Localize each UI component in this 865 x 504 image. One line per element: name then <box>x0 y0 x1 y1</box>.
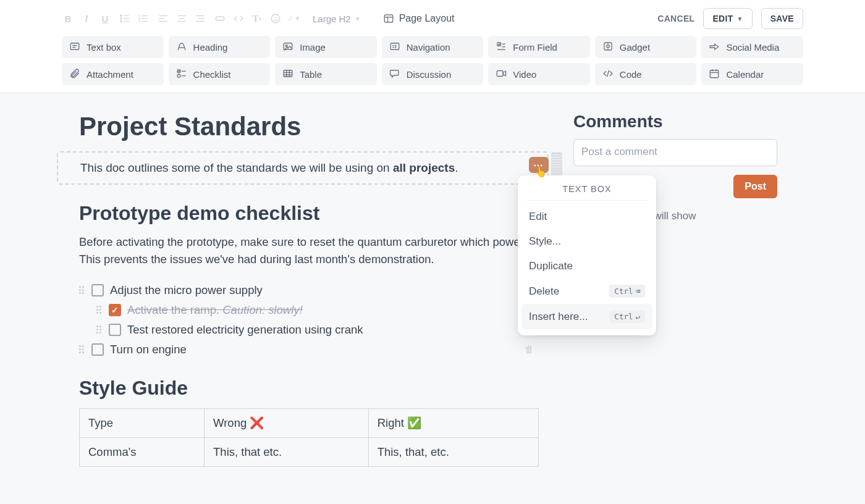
heading-icon <box>176 41 187 54</box>
insert-button-label: Social Media <box>726 42 779 52</box>
edit-dropdown-button[interactable]: EDIT ▼ <box>703 8 752 29</box>
insert-table-button[interactable]: Table <box>275 63 377 85</box>
table-header-cell: Wrong ❌ <box>205 408 369 437</box>
edit-button-label: EDIT <box>712 14 733 23</box>
context-menu-item-insert-here[interactable]: Insert here...Ctrl ↵ <box>521 304 652 329</box>
code-format-button[interactable] <box>232 12 245 25</box>
underline-button[interactable]: U <box>99 12 111 25</box>
checkbox[interactable] <box>109 304 121 316</box>
checklist-item[interactable]: Adjust the micro power supply <box>79 280 549 300</box>
insert-image-button[interactable]: Image <box>275 36 377 58</box>
checkbox[interactable] <box>91 284 104 296</box>
misc-format-group: Tx ▼ <box>214 12 300 25</box>
keyboard-shortcut: Ctrl ⌫ <box>609 285 645 298</box>
insert-attachment-button[interactable]: Attachment <box>62 63 164 85</box>
checklist-item-label: Activate the ramp. Caution: slowly! <box>127 303 303 317</box>
context-menu-item-label: Delete <box>529 285 559 298</box>
insert-discussion-button[interactable]: Discussion <box>382 63 484 85</box>
heading-level-label: Large H2 <box>313 14 351 24</box>
intro-text-box[interactable]: This doc outlines some of the standards … <box>57 151 549 185</box>
insert-code-button[interactable]: Code <box>595 63 697 85</box>
checklist-item[interactable]: Turn on engine🗑 <box>79 340 549 359</box>
emoji-button[interactable] <box>269 12 282 25</box>
chevron-down-icon: ▼ <box>355 15 361 22</box>
cancel-button[interactable]: CANCEL <box>657 14 694 23</box>
svg-point-43 <box>607 44 610 48</box>
insert-calendar-button[interactable]: Calendar <box>701 63 803 85</box>
intro-text-bold: all projects <box>393 161 455 174</box>
checklist-item[interactable]: Test restored electricity generation usi… <box>96 320 549 340</box>
align-right-button[interactable] <box>194 12 206 25</box>
checkbox[interactable] <box>109 324 121 336</box>
insert-block-row: Text boxHeadingImageNavigationForm Field… <box>62 36 803 85</box>
color-picker-button[interactable]: ▼ <box>288 12 300 25</box>
gadget-icon <box>602 41 614 54</box>
insert-checklist-button[interactable]: Checklist <box>169 63 271 85</box>
context-menu-item-delete[interactable]: DeleteCtrl ⌫ <box>518 279 656 304</box>
context-menu-item-label: Style... <box>529 235 561 248</box>
block-context-menu: TEXT BOX EditStyle...DuplicateDeleteCtrl… <box>518 175 656 335</box>
svg-rect-50 <box>284 70 292 77</box>
page-layout-button[interactable]: Page Layout <box>383 13 455 24</box>
navigation-icon <box>389 41 400 54</box>
bold-button[interactable]: B <box>62 12 74 25</box>
context-menu-item-style[interactable]: Style... <box>518 229 656 254</box>
align-center-button[interactable] <box>175 12 188 25</box>
video-icon <box>496 68 507 81</box>
insert-heading-button[interactable]: Heading <box>169 36 271 58</box>
document-area: Project Standards This doc outlines some… <box>79 112 549 467</box>
checklist-item-label: Adjust the micro power supply <box>110 284 263 297</box>
insert-gadget-button[interactable]: Gadget <box>595 36 697 58</box>
section-body-checklist: Before activating the prototype, make su… <box>79 233 549 268</box>
align-left-button[interactable] <box>157 12 169 25</box>
formatting-row: B I U 123 <box>62 6 803 31</box>
heading-level-select[interactable]: Large H2 ▼ <box>313 14 361 24</box>
block-more-button[interactable]: ⋯ <box>529 157 549 173</box>
post-comment-button[interactable]: Post <box>733 175 777 198</box>
drag-handle-icon[interactable] <box>96 306 103 314</box>
insert-button-label: Navigation <box>407 42 450 52</box>
italic-button[interactable]: I <box>80 12 93 25</box>
insert-button-label: Table <box>300 69 322 80</box>
checklist-item-label: Test restored electricity generation usi… <box>127 323 363 337</box>
checklist-item[interactable]: Activate the ramp. Caution: slowly! <box>96 300 549 320</box>
table-cell: This, that, etc. <box>368 437 538 466</box>
chevron-down-icon: ▼ <box>737 15 743 22</box>
clear-format-button[interactable]: Tx <box>251 12 263 25</box>
svg-rect-55 <box>497 70 504 76</box>
comment-input[interactable] <box>573 139 777 166</box>
checklist-icon <box>176 68 187 81</box>
svg-point-24 <box>277 17 278 19</box>
style-guide-table: TypeWrong ❌Right ✅ Comma'sThis, that etc… <box>79 408 539 467</box>
context-menu-item-duplicate[interactable]: Duplicate <box>518 254 656 279</box>
intro-text-suffix: . <box>455 161 458 174</box>
save-button[interactable]: SAVE <box>761 8 803 29</box>
context-menu-item-label: Edit <box>529 211 547 223</box>
table-row: Comma'sThis, that etc.This, that, etc. <box>80 437 539 466</box>
drag-handle-icon[interactable] <box>96 326 103 334</box>
context-menu-title: TEXT BOX <box>526 184 648 201</box>
drag-handle-icon[interactable] <box>79 345 85 353</box>
intro-text-prefix: This doc outlines some of the standards … <box>80 161 393 174</box>
section-heading-style-guide: Style Guide <box>79 377 549 400</box>
table-cell: This, that etc. <box>205 437 369 466</box>
insert-navigation-button[interactable]: Navigation <box>382 36 484 58</box>
section-heading-checklist: Prototype demo checklist <box>79 202 549 225</box>
page-title: Project Standards <box>79 112 549 141</box>
trash-icon[interactable]: 🗑 <box>525 344 534 355</box>
numbered-list-button[interactable]: 123 <box>137 12 150 25</box>
svg-rect-25 <box>384 15 393 22</box>
insert-button-label: Calendar <box>726 69 764 80</box>
checklist-item-label: Turn on engine <box>110 343 187 356</box>
link-button[interactable] <box>214 12 226 25</box>
social-icon <box>709 41 720 54</box>
context-menu-item-edit[interactable]: Edit <box>518 204 656 229</box>
insert-social-media-button[interactable]: Social Media <box>701 36 803 58</box>
drag-handle-icon[interactable] <box>79 286 85 294</box>
insert-video-button[interactable]: Video <box>488 63 590 85</box>
insert-form-field-button[interactable]: Form Field <box>488 36 590 58</box>
checkbox[interactable] <box>91 343 104 356</box>
bulleted-list-button[interactable] <box>119 12 131 25</box>
svg-rect-21 <box>216 17 224 20</box>
insert-text-box-button[interactable]: Text box <box>62 36 164 58</box>
